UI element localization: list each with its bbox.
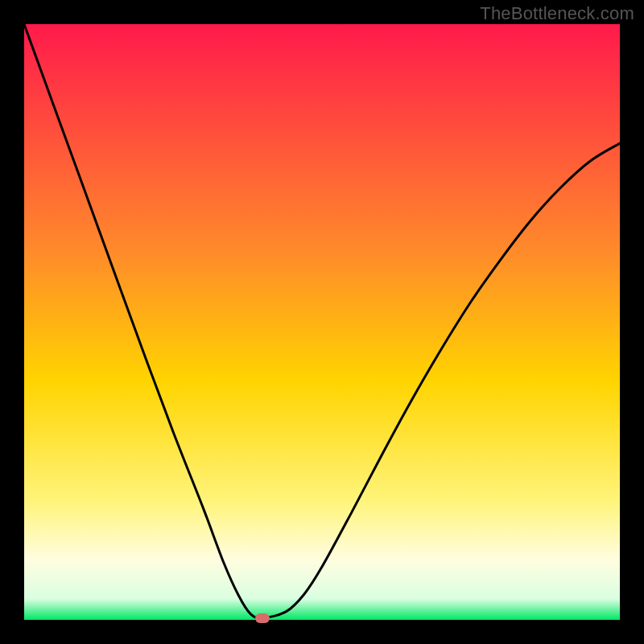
chart-frame: TheBottleneck.com: [0, 0, 644, 644]
minimum-marker: [255, 613, 270, 623]
bottleneck-curve: [24, 24, 620, 618]
watermark-label: TheBottleneck.com: [480, 3, 634, 24]
plot-area: [24, 24, 620, 620]
curve-layer: [24, 24, 620, 620]
